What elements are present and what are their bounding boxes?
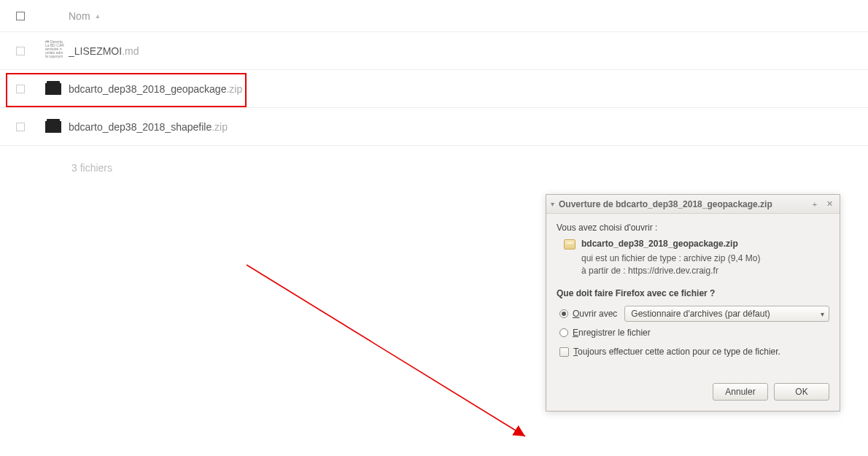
save-file-label: Enregistrer le fichier — [573, 328, 651, 338]
file-name-ext: .zip — [212, 121, 228, 133]
dialog-titlebar[interactable]: ▾ Ouverture de bdcarto_dep38_2018_geopac… — [546, 195, 840, 214]
dialog-title: Ouverture de bdcarto_dep38_2018_geopacka… — [559, 199, 806, 209]
dialog-file-type: qui est un fichier de type : archive zip… — [581, 253, 760, 263]
file-name-base: _LISEZMOI — [69, 45, 122, 57]
file-name: _LISEZMOI.md — [69, 45, 139, 57]
open-with-radio[interactable] — [559, 309, 568, 318]
dialog-menu-icon[interactable]: ▾ — [551, 200, 554, 208]
file-icon — [25, 121, 69, 133]
svg-line-0 — [247, 265, 525, 436]
sort-asc-icon: ▲ — [95, 12, 101, 20]
dialog-filename: bdcarto_dep38_2018_geopackage.zip — [581, 239, 760, 249]
file-row[interactable]: ## Descrip La BD CAR territoire n. unité… — [0, 32, 868, 70]
dialog-body: Vous avez choisi d'ouvrir : bdcarto_dep3… — [546, 214, 840, 411]
dialog-intro-text: Vous avez choisi d'ouvrir : — [557, 223, 829, 233]
open-with-label: Ouvrir avec — [573, 309, 617, 319]
archive-file-icon — [564, 239, 576, 250]
chevron-down-icon: ▾ — [821, 310, 824, 318]
open-with-row: Ouvrir avec Gestionnaire d'archives (par… — [559, 306, 829, 322]
markdown-thumbnail-icon: ## Descrip La BD CAR territoire n. unité… — [45, 40, 67, 62]
file-count-summary: 3 fichiers — [0, 146, 868, 174]
dialog-file-source: à partir de : https://drive.dev.craig.fr — [581, 266, 760, 276]
select-all-checkbox[interactable] — [16, 12, 25, 20]
file-name: bdcarto_dep38_2018_shapefile.zip — [69, 121, 228, 133]
zip-archive-icon — [45, 121, 61, 133]
row-checkbox[interactable] — [16, 47, 25, 55]
column-header-name[interactable]: Nom ▲ — [69, 10, 101, 22]
dialog-question: Que doit faire Firefox avec ce fichier ? — [557, 288, 829, 298]
cancel-button[interactable]: Annuler — [713, 383, 768, 401]
dialog-maximize-button[interactable]: + — [809, 198, 821, 210]
file-list: Nom ▲ ## Descrip La BD CAR territoire n.… — [0, 0, 868, 174]
file-name-ext: .zip — [226, 83, 242, 95]
open-with-app-dropdown[interactable]: Gestionnaire d'archives (par défaut) ▾ — [624, 306, 829, 322]
save-file-radio[interactable] — [559, 328, 568, 337]
file-row[interactable]: bdcarto_dep38_2018_shapefile.zip — [0, 108, 868, 146]
row-checkbox[interactable] — [16, 123, 25, 131]
file-name-base: bdcarto_dep38_2018_shapefile — [69, 121, 212, 133]
open-with-app-value: Gestionnaire d'archives (par défaut) — [631, 309, 770, 319]
file-name-base: bdcarto_dep38_2018_geopackage — [69, 83, 226, 95]
dialog-file-type-label: qui est un fichier de type : — [581, 253, 681, 263]
file-list-header: Nom ▲ — [0, 0, 868, 32]
zip-archive-icon — [45, 83, 61, 95]
dialog-file-type-value: archive zip (9,4 Mo) — [683, 253, 760, 263]
always-action-checkbox[interactable] — [559, 347, 569, 357]
ok-button[interactable]: OK — [774, 383, 829, 401]
file-name: bdcarto_dep38_2018_geopackage.zip — [69, 83, 242, 95]
row-checkbox[interactable] — [16, 85, 25, 93]
file-name-ext: .md — [122, 45, 139, 57]
always-action-row: Toujours effectuer cette action pour ce … — [559, 347, 829, 357]
dialog-button-row: Annuler OK — [557, 383, 829, 401]
file-row[interactable]: bdcarto_dep38_2018_geopackage.zip — [0, 70, 868, 108]
column-header-name-label: Nom — [69, 10, 90, 22]
file-icon — [25, 83, 69, 95]
dialog-file-source-value: https://drive.dev.craig.fr — [628, 266, 718, 276]
dialog-file-block: bdcarto_dep38_2018_geopackage.zip qui es… — [564, 239, 829, 278]
dialog-close-button[interactable]: ✕ — [824, 198, 835, 210]
dialog-file-source-label: à partir de : — [581, 266, 626, 276]
file-icon: ## Descrip La BD CAR territoire n. unité… — [25, 40, 69, 62]
always-action-label: Toujours effectuer cette action pour ce … — [573, 347, 780, 357]
download-dialog: ▾ Ouverture de bdcarto_dep38_2018_geopac… — [546, 194, 840, 411]
save-file-row: Enregistrer le fichier — [559, 328, 829, 338]
